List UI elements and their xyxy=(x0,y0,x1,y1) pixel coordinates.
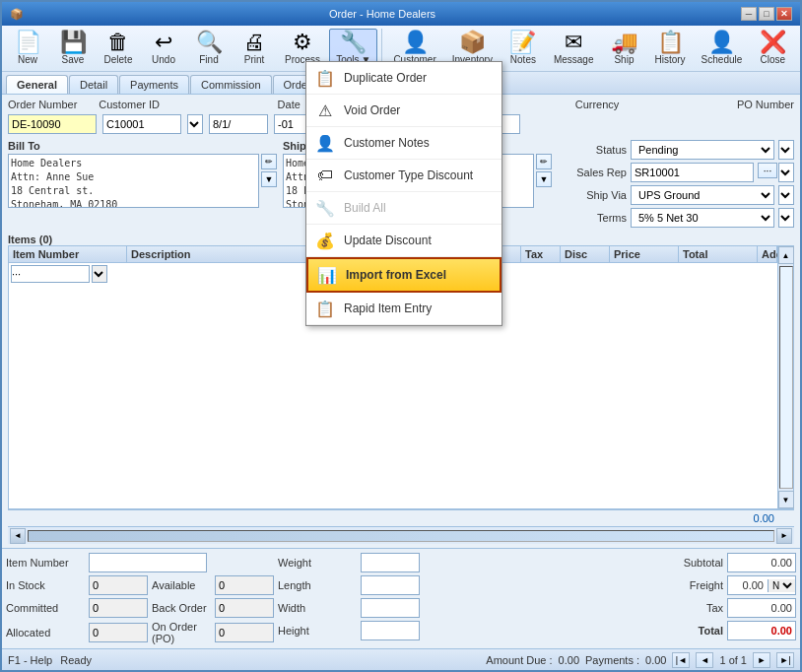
close-toolbar-icon: ❌ xyxy=(760,32,786,53)
save-button[interactable]: 💾 Save xyxy=(51,29,95,68)
subtotal-row: Subtotal 0.00 xyxy=(664,553,796,572)
ship-button[interactable]: 🚚 Ship xyxy=(602,29,645,68)
col-total: Total xyxy=(679,246,758,262)
weight-row: Weight xyxy=(278,553,420,572)
nav-first-button[interactable]: |◄ xyxy=(672,652,690,668)
duplicate-order-icon: 📋 xyxy=(314,67,336,89)
ship-to-down-button[interactable]: ▼ xyxy=(536,171,552,187)
undo-button[interactable]: ↩ Undo xyxy=(142,29,185,68)
history-button[interactable]: 📋 History xyxy=(647,29,692,68)
menu-import-from-excel[interactable]: 📊 Import from Excel xyxy=(306,257,501,293)
customer-notes-icon: 👤 xyxy=(314,132,336,154)
item-dropdown[interactable] xyxy=(92,265,107,283)
customer-icon: 👤 xyxy=(402,32,429,53)
void-order-icon: ⚠ xyxy=(314,100,336,121)
status-dropdown[interactable] xyxy=(778,140,794,160)
ship-to-edit-button[interactable]: ✏ xyxy=(536,154,552,169)
close-button[interactable]: ✕ xyxy=(776,7,792,21)
subtotal-value: 0.00 xyxy=(727,553,796,572)
nav-next-button[interactable]: ► xyxy=(753,652,770,668)
tax-value: 0.00 xyxy=(727,598,796,618)
customer-dropdown[interactable] xyxy=(187,114,203,134)
in-stock-row: In Stock Available xyxy=(6,575,274,595)
col-additional: Addi xyxy=(758,246,777,262)
window-icon: 📦 xyxy=(10,8,24,21)
inventory-icon: 📦 xyxy=(459,32,486,53)
message-button[interactable]: ✉ Message xyxy=(547,29,601,68)
available-label: Available xyxy=(152,579,211,591)
tab-commission[interactable]: Commission xyxy=(190,75,272,94)
close-toolbar-button[interactable]: ❌ Close xyxy=(751,29,794,68)
ship-via-select[interactable]: UPS Ground xyxy=(631,185,774,205)
nav-last-button[interactable]: ►| xyxy=(776,652,794,668)
ship-via-dropdown[interactable] xyxy=(778,185,794,205)
menu-customer-type-discount[interactable]: 🏷 Customer Type Discount xyxy=(306,160,501,192)
schedule-button[interactable]: 👤 Schedule xyxy=(695,29,750,68)
item-number-label: Item Number xyxy=(6,557,85,569)
scroll-right-button[interactable]: ► xyxy=(776,528,792,544)
height-label: Height xyxy=(278,625,357,637)
total-row: Total 0.00 xyxy=(664,621,796,640)
scroll-thumb[interactable] xyxy=(28,530,774,542)
tab-payments[interactable]: Payments xyxy=(119,75,189,94)
sales-rep-input[interactable] xyxy=(631,163,754,182)
allocated-label: Allocated xyxy=(6,627,85,638)
menu-void-order[interactable]: ⚠ Void Order xyxy=(306,95,501,127)
on-order-value xyxy=(215,623,274,642)
customer-id-input[interactable] xyxy=(102,114,181,134)
date-input[interactable] xyxy=(209,114,268,134)
order-number-input[interactable] xyxy=(8,114,97,134)
tools-icon: 🔧 xyxy=(340,32,367,53)
length-input[interactable] xyxy=(361,575,420,595)
print-button[interactable]: 🖨 Print xyxy=(233,29,276,68)
nav-prev-button[interactable]: ◄ xyxy=(696,652,713,668)
menu-rapid-item-entry[interactable]: 📋 Rapid Item Entry xyxy=(306,293,501,325)
bottom-panel: Item Number In Stock Available Committed… xyxy=(2,548,800,648)
customer-type-discount-icon: 🏷 xyxy=(314,165,336,186)
width-row: Width xyxy=(278,598,420,618)
col-price: Price xyxy=(610,246,679,262)
width-input[interactable] xyxy=(361,598,420,618)
menu-customer-notes[interactable]: 👤 Customer Notes xyxy=(306,127,501,160)
help-text: F1 - Help xyxy=(8,654,52,666)
scroll-down-button[interactable]: ▼ xyxy=(778,491,794,508)
sales-rep-dots-button[interactable]: ··· xyxy=(758,163,777,178)
tab-detail[interactable]: Detail xyxy=(69,75,118,94)
minimize-button[interactable]: ─ xyxy=(741,7,757,21)
status-row: Status Pending xyxy=(558,140,794,160)
right-panel: Status Pending Sales Rep ··· xyxy=(558,140,794,228)
back-order-label: Back Order xyxy=(152,602,211,614)
menu-duplicate-order[interactable]: 📋 Duplicate Order xyxy=(306,62,501,95)
bill-to-textarea[interactable]: Home Dealers Attn: Anne Sue 18 Central s… xyxy=(8,154,259,208)
sales-rep-dropdown[interactable] xyxy=(778,163,794,182)
scroll-up-button[interactable]: ▲ xyxy=(778,246,794,264)
item-number-display[interactable] xyxy=(89,553,207,572)
message-icon: ✉ xyxy=(565,32,582,53)
height-input[interactable] xyxy=(361,621,420,640)
freight-dropdown[interactable]: NI xyxy=(768,579,795,592)
process-icon: ⚙ xyxy=(293,32,312,53)
scroll-left-button[interactable]: ◄ xyxy=(10,528,26,544)
find-button[interactable]: 🔍 Find xyxy=(187,29,231,68)
committed-value xyxy=(89,598,148,618)
status-select[interactable]: Pending xyxy=(631,140,774,160)
tab-general[interactable]: General xyxy=(6,75,68,94)
bill-to-edit-button[interactable]: ✏ xyxy=(261,154,277,169)
maximize-button[interactable]: □ xyxy=(759,7,774,21)
new-button[interactable]: 📄 New xyxy=(6,29,49,68)
scroll-track[interactable] xyxy=(779,266,793,489)
total-label: Total xyxy=(664,625,723,637)
terms-dropdown[interactable] xyxy=(778,208,794,228)
menu-update-discount[interactable]: 💰 Update Discount xyxy=(306,225,501,257)
item-number-input[interactable] xyxy=(11,265,90,283)
customer-id-label: Customer ID xyxy=(99,99,160,110)
window-title: Order - Home Dealers xyxy=(329,8,435,20)
notes-button[interactable]: 📝 Notes xyxy=(501,29,545,68)
delete-icon: 🗑 xyxy=(107,32,129,53)
weight-input[interactable] xyxy=(361,553,420,572)
totals-section: Subtotal 0.00 Freight 0.00 NI Tax 0.00 T… xyxy=(664,553,796,644)
in-stock-value xyxy=(89,575,148,595)
delete-button[interactable]: 🗑 Delete xyxy=(97,29,140,68)
terms-select[interactable]: 5% 5 Net 30 xyxy=(631,208,774,228)
bill-to-down-button[interactable]: ▼ xyxy=(261,171,277,187)
